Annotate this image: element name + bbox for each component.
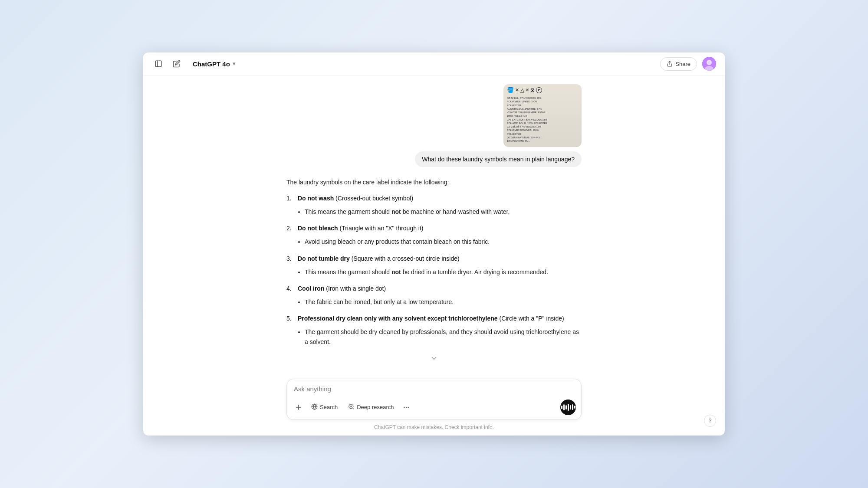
toolbar-left: Search Deep research: [292, 401, 413, 414]
input-toolbar: Search Deep research: [287, 396, 581, 419]
chat-input[interactable]: [294, 385, 574, 393]
response-list: 1. Do not wash (Crossed-out bucket symbo…: [286, 193, 582, 348]
user-message-section: 🪣 ✕ △ ✕ ⊠ P GB SHELL: 87% VISCOSE 13%: [286, 84, 582, 167]
assistant-response: The laundry symbols on the care label in…: [286, 177, 582, 379]
sub-list: The fabric can be ironed, but only at a …: [286, 297, 582, 308]
user-message-text: What do these laundry symbols mean in pl…: [422, 156, 575, 163]
help-button[interactable]: ?: [704, 415, 716, 427]
care-label-image: 🪣 ✕ △ ✕ ⊠ P GB SHELL: 87% VISCOSE 13%: [503, 84, 582, 147]
input-field-row: [287, 379, 581, 396]
item-number: 1.: [286, 193, 295, 203]
sub-list-item: The garment should be dry cleaned by pro…: [305, 327, 582, 347]
avatar[interactable]: [702, 57, 716, 71]
list-item-header: 4. Cool iron (Iron with a single dot): [286, 284, 582, 294]
sub-list: The garment should be dry cleaned by pro…: [286, 327, 582, 348]
model-name-label: ChatGPT 4o: [193, 60, 230, 68]
item-title: Do not wash (Crossed-out bucket symbol): [298, 193, 413, 203]
list-item-header: 1. Do not wash (Crossed-out bucket symbo…: [286, 193, 582, 203]
sidebar-toggle-button[interactable]: [152, 57, 165, 70]
no-wash-symbol: 🪣: [507, 87, 514, 93]
deep-research-icon: [348, 403, 355, 411]
svg-point-16: [408, 407, 409, 408]
help-label: ?: [708, 417, 711, 424]
care-symbols-row: 🪣 ✕ △ ✕ ⊠ P: [507, 87, 578, 93]
header-right: Share: [660, 57, 716, 71]
sub-list-item: Avoid using bleach or any products that …: [305, 237, 582, 247]
deep-research-button[interactable]: Deep research: [344, 401, 398, 414]
svg-point-4: [707, 60, 712, 65]
deep-research-label: Deep research: [357, 404, 394, 410]
new-chat-button[interactable]: [170, 57, 183, 70]
sub-list-item: The fabric can be ironed, but only at a …: [305, 297, 582, 307]
app-window: ChatGPT 4o ▾ Share: [143, 52, 725, 436]
care-label-text: GB SHELL: 87% VISCOSE 13% POLYAMIDE: LIN…: [507, 96, 578, 143]
item-title: Professional dry clean only with any sol…: [298, 314, 564, 324]
add-attachment-button[interactable]: [292, 401, 305, 414]
list-item: 2. Do not bleach (Triangle with an "X" t…: [286, 223, 582, 248]
input-box: Search Deep research: [286, 379, 582, 420]
header: ChatGPT 4o ▾ Share: [143, 52, 725, 75]
no-bleach-symbol: △: [520, 87, 524, 93]
user-message-bubble: What do these laundry symbols mean in pl…: [415, 151, 582, 167]
submit-button[interactable]: [560, 400, 576, 415]
list-item: 4. Cool iron (Iron with a single dot) Th…: [286, 284, 582, 308]
no-bleach-x: ✕: [526, 88, 529, 92]
header-left: ChatGPT 4o ▾: [152, 57, 240, 70]
list-item-header: 2. Do not bleach (Triangle with an "X" t…: [286, 223, 582, 233]
svg-rect-0: [155, 61, 161, 67]
input-area: Search Deep research: [278, 379, 590, 420]
no-wash-x: ✕: [515, 87, 519, 93]
share-label: Share: [675, 61, 690, 67]
waveform-icon: [561, 404, 575, 411]
item-number: 5.: [286, 314, 295, 324]
list-item: 1. Do not wash (Crossed-out bucket symbo…: [286, 193, 582, 218]
care-label-visual: 🪣 ✕ △ ✕ ⊠ P GB SHELL: 87% VISCOSE 13%: [503, 84, 582, 147]
chevron-down-icon: ▾: [233, 61, 235, 67]
svg-point-14: [404, 407, 405, 408]
list-item-header: 5. Professional dry clean only with any …: [286, 314, 582, 324]
footer-disclaimer: ChatGPT can make mistakes. Check importa…: [374, 424, 494, 430]
item-title: Cool iron (Iron with a single dot): [298, 284, 386, 294]
globe-icon: [311, 403, 318, 411]
sub-list-item: This means the garment should not be mac…: [305, 207, 582, 217]
list-item: 3. Do not tumble dry (Square with a cros…: [286, 254, 582, 278]
response-intro: The laundry symbols on the care label in…: [286, 177, 582, 187]
item-number: 2.: [286, 223, 295, 233]
chat-container: 🪣 ✕ △ ✕ ⊠ P GB SHELL: 87% VISCOSE 13%: [278, 84, 590, 379]
item-number: 3.: [286, 254, 295, 264]
item-title: Do not bleach (Triangle with an "X" thro…: [298, 223, 424, 233]
main-content: 🪣 ✕ △ ✕ ⊠ P GB SHELL: 87% VISCOSE 13%: [143, 75, 725, 436]
svg-line-11: [353, 408, 354, 409]
dry-clean-symbol: P: [536, 87, 542, 93]
search-button[interactable]: Search: [307, 401, 342, 414]
more-options-button[interactable]: [400, 401, 413, 414]
list-item: 5. Professional dry clean only with any …: [286, 314, 582, 348]
share-button[interactable]: Share: [660, 57, 697, 71]
no-tumble-symbol: ⊠: [530, 87, 535, 93]
sub-list: This means the garment should not be mac…: [286, 207, 582, 218]
list-item-header: 3. Do not tumble dry (Square with a cros…: [286, 254, 582, 264]
search-label: Search: [320, 404, 338, 410]
model-selector-button[interactable]: ChatGPT 4o ▾: [188, 58, 240, 70]
sub-list: This means the garment should not be dri…: [286, 267, 582, 278]
sub-list-item: This means the garment should not be dri…: [305, 267, 582, 277]
scroll-indicator: [286, 354, 582, 367]
svg-point-15: [406, 407, 407, 408]
item-title: Do not tumble dry (Square with a crossed…: [298, 254, 460, 264]
item-number: 4.: [286, 284, 295, 294]
sub-list: Avoid using bleach or any products that …: [286, 237, 582, 248]
